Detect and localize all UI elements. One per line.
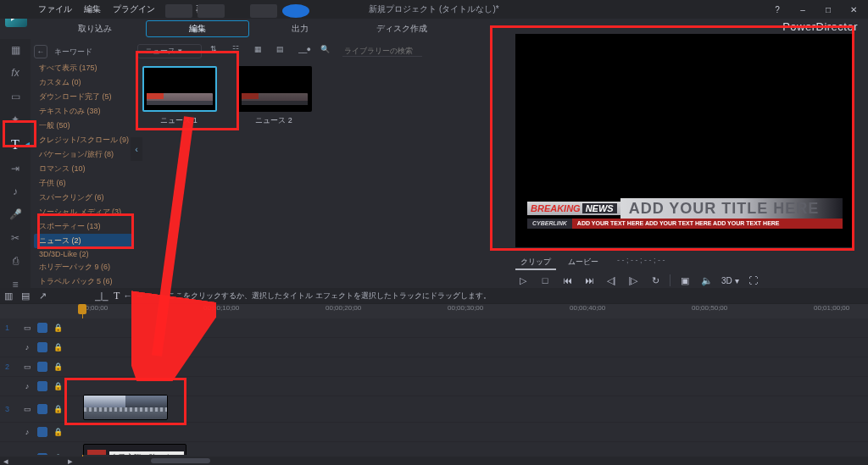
track-toggle[interactable] bbox=[37, 453, 47, 455]
track-toggle[interactable] bbox=[37, 323, 47, 333]
step-fwd-button[interactable]: |▷ bbox=[626, 274, 641, 287]
sidebar-item-3d[interactable]: 3D/3D-Like (2) bbox=[34, 248, 134, 260]
sort-icon[interactable]: ⇅ bbox=[210, 45, 224, 57]
media-icon[interactable]: ▦ bbox=[6, 44, 25, 57]
track-3a[interactable]: ♪🔒 bbox=[0, 423, 868, 442]
playhead[interactable] bbox=[78, 304, 86, 314]
tl-title-tool[interactable]: T bbox=[114, 290, 120, 302]
sidebar-item-news[interactable]: ニュース (2) bbox=[34, 234, 134, 248]
scroll-thumb[interactable] bbox=[151, 458, 210, 463]
scroll-right-icon[interactable]: ▸ bbox=[68, 456, 73, 466]
tab-output[interactable]: 出力 bbox=[249, 20, 351, 37]
preview-tab-movie[interactable]: ムービー bbox=[563, 256, 604, 270]
lock-icon[interactable]: 🔒 bbox=[53, 323, 63, 333]
volume-button[interactable]: 🔈 bbox=[699, 274, 715, 287]
library-dropdown[interactable]: ニュース ▾ bbox=[137, 44, 202, 58]
tab-disc[interactable]: ディスク作成 bbox=[351, 20, 453, 37]
grid-icon[interactable]: ▦ bbox=[254, 45, 268, 57]
fullscreen-button[interactable]: ⛶ bbox=[746, 274, 761, 287]
tab-import[interactable]: 取り込み bbox=[44, 20, 146, 37]
3d-button[interactable]: 3D ▾ bbox=[721, 274, 739, 287]
collapse-sidebar-button[interactable]: ‹ bbox=[131, 137, 142, 161]
ratio-icon[interactable] bbox=[250, 4, 277, 18]
close-button[interactable]: ✕ bbox=[843, 4, 865, 14]
scroll-left-icon[interactable]: ◂ bbox=[3, 456, 8, 466]
tl-view2-icon[interactable]: ▤ bbox=[17, 290, 34, 302]
track-1a[interactable]: ♪🔒 bbox=[0, 338, 868, 357]
move-arrows-icon[interactable]: ← → bbox=[123, 291, 144, 301]
timeline-ruler[interactable]: 00;00;00 00;00;10;00 00;00;20;00 00;00;3… bbox=[0, 303, 868, 319]
sidebar-item-credit[interactable]: クレジット/スクロール (9) bbox=[34, 133, 134, 147]
undo-icon[interactable] bbox=[165, 4, 192, 18]
play-button[interactable]: ▷ bbox=[515, 274, 531, 287]
menu-plugin[interactable]: プラグイン bbox=[107, 3, 161, 15]
slider-icon[interactable]: ⎯⎯● bbox=[298, 45, 312, 57]
track-toggle[interactable] bbox=[37, 342, 47, 352]
stop-button[interactable]: □ bbox=[537, 274, 553, 287]
tl-arrow-icon[interactable]: ↗ bbox=[34, 290, 51, 302]
minimize-button[interactable]: – bbox=[792, 4, 814, 14]
chapter-icon[interactable]: ✂ bbox=[6, 232, 25, 245]
sidebar-item-custom[interactable]: カスタム (0) bbox=[34, 75, 134, 90]
filter-icon[interactable]: ☷ bbox=[232, 45, 246, 57]
sidebar-item-all[interactable]: すべて表示 (175) bbox=[34, 61, 134, 75]
menu-file[interactable]: ファイル bbox=[32, 3, 78, 15]
tl-more-icon[interactable]: ⋯ bbox=[144, 290, 161, 302]
category-back-button[interactable]: ← bbox=[34, 45, 47, 58]
lock-icon[interactable]: 🔒 bbox=[53, 342, 63, 352]
detail-icon[interactable]: ▤ bbox=[276, 45, 290, 57]
pip-icon[interactable]: ▭ bbox=[6, 91, 25, 103]
cloud-icon[interactable] bbox=[282, 4, 309, 18]
voice-icon[interactable]: 🎤 bbox=[6, 208, 25, 221]
lock-icon[interactable]: 🔒 bbox=[53, 362, 63, 372]
timeline-video-clip[interactable] bbox=[83, 395, 168, 420]
sidebar-item-travel[interactable]: トラベル パック 5 (6) bbox=[34, 274, 134, 289]
menu-edit[interactable]: 編集 bbox=[78, 3, 107, 15]
lock-icon[interactable]: 🔒 bbox=[53, 404, 63, 414]
lock-icon[interactable]: 🔒 bbox=[53, 381, 63, 391]
fx-icon[interactable]: fx bbox=[6, 67, 25, 80]
next-frame-button[interactable]: ⏭ bbox=[581, 274, 597, 287]
lock-icon[interactable]: 🔒 bbox=[53, 453, 63, 455]
title-icon[interactable]: T ◂ bbox=[6, 137, 25, 152]
preview-tab-clip[interactable]: クリップ bbox=[515, 256, 556, 270]
subtitle-icon[interactable]: ⎙ bbox=[6, 255, 25, 268]
track-2v[interactable]: 2▭🔒 bbox=[0, 357, 868, 377]
track-toggle[interactable] bbox=[37, 381, 47, 391]
tab-edit[interactable]: 編集 bbox=[146, 20, 249, 37]
track-toggle[interactable] bbox=[37, 404, 47, 414]
sidebar-item-sporty[interactable]: スポーティー (13) bbox=[34, 219, 134, 234]
thumb-news1[interactable]: ニュース 1 bbox=[142, 66, 215, 125]
transition-icon[interactable]: ⇥ bbox=[6, 163, 25, 175]
sidebar-item-general[interactable]: 一般 (50) bbox=[34, 119, 134, 133]
thumb-news2[interactable]: ニュース 2 bbox=[237, 66, 310, 125]
maximize-button[interactable]: □ bbox=[817, 4, 839, 14]
loop-button[interactable]: ↻ bbox=[648, 274, 663, 287]
tl-marker-icon[interactable]: ⎯|⎯ bbox=[93, 290, 110, 302]
sidebar-item-kids[interactable]: 子供 (6) bbox=[34, 176, 134, 191]
track-3v[interactable]: 3▭🔒 bbox=[0, 396, 868, 423]
sidebar-item-sparkling[interactable]: スパークリング (6) bbox=[34, 191, 134, 205]
library-search-input[interactable] bbox=[342, 46, 422, 57]
track-2a[interactable]: ♪🔒 bbox=[0, 377, 868, 396]
snapshot-button[interactable]: ▣ bbox=[677, 274, 693, 287]
track-toggle[interactable] bbox=[37, 362, 47, 372]
track-1v[interactable]: 1▭🔒 bbox=[0, 318, 868, 338]
sidebar-item-vacation[interactable]: バケーション/旅行 (8) bbox=[34, 147, 134, 162]
tl-view-icon[interactable]: ▥ bbox=[0, 290, 17, 302]
track-4v[interactable]: 4▭🔒 自己主張の強いタ bbox=[0, 442, 868, 455]
preview-monitor[interactable]: BREAKING NEWS ADD YOUR TITLE HERE CYBERL… bbox=[515, 34, 854, 247]
redo-icon[interactable] bbox=[198, 4, 225, 18]
sidebar-item-romance[interactable]: ロマンス (10) bbox=[34, 162, 134, 176]
audio-icon[interactable]: ♪ bbox=[6, 185, 25, 198]
help-button[interactable]: ? bbox=[766, 4, 788, 14]
timeline-title-clip[interactable]: 自己主張の強いタ bbox=[83, 444, 186, 455]
sidebar-item-holiday[interactable]: ホリデーパック 9 (6) bbox=[34, 260, 134, 274]
prev-frame-button[interactable]: ⏮ bbox=[559, 274, 575, 287]
particle-icon[interactable]: ✦ bbox=[6, 113, 25, 126]
sidebar-item-downloaded[interactable]: ダウンロード完了 (5) bbox=[34, 90, 134, 104]
sidebar-item-textonly[interactable]: テキストのみ (38) bbox=[34, 104, 134, 119]
sidebar-item-social[interactable]: ソーシャル メディア (3) bbox=[34, 205, 134, 219]
timeline-scrollbar[interactable]: ◂ ▸ bbox=[0, 457, 868, 465]
step-back-button[interactable]: ◁| bbox=[604, 274, 619, 287]
